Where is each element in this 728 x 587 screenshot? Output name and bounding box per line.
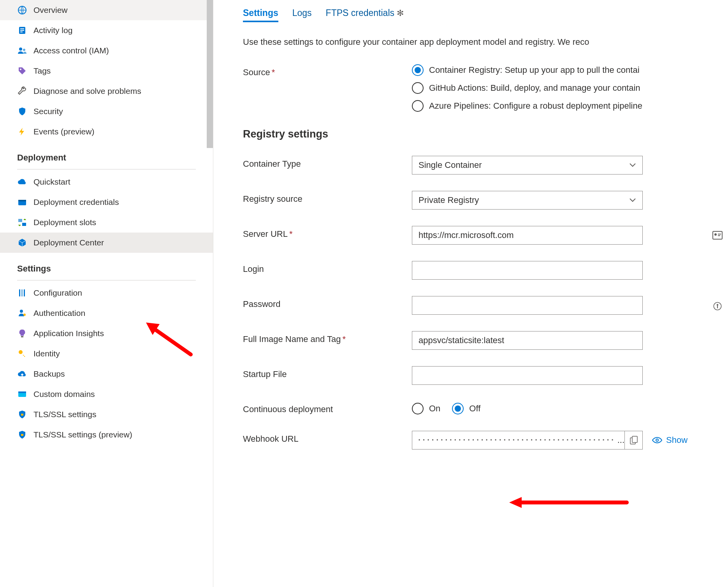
sidebar-item-identity[interactable]: Identity (0, 344, 213, 364)
svg-rect-23 (713, 231, 722, 239)
shield-lock-icon (17, 409, 27, 420)
password-input[interactable] (412, 296, 643, 315)
svg-point-28 (717, 304, 718, 306)
svg-rect-26 (718, 235, 720, 236)
sidebar-item-deployment-center[interactable]: Deployment Center (0, 233, 213, 253)
sidebar-item-tls-ssl[interactable]: TLS/SSL settings (0, 404, 213, 425)
radio-icon (412, 64, 424, 76)
field-label: Continuous deployment (243, 401, 412, 414)
field-label: Webhook URL (243, 431, 412, 444)
sidebar-item-access-control[interactable]: Access control (IAM) (0, 41, 213, 61)
select-value: Single Container (419, 160, 482, 170)
sidebar-item-diagnose[interactable]: Diagnose and solve problems (0, 81, 213, 101)
sidebar-item-app-insights[interactable]: Application Insights (0, 323, 213, 344)
select-value: Private Registry (419, 195, 479, 205)
required-icon: * (272, 67, 275, 77)
sidebar-item-overview[interactable]: Overview (0, 0, 213, 20)
svg-point-31 (656, 439, 658, 441)
radio-label: Container Registry: Setup up your app to… (429, 65, 640, 75)
sidebar-item-label: Overview (33, 5, 68, 15)
sidebar-item-label: Deployment Center (33, 238, 104, 247)
sidebar-item-label: Security (33, 107, 63, 116)
radio-label: Off (469, 404, 480, 414)
radio-azure-pipelines[interactable]: Azure Pipelines: Configure a robust depl… (412, 100, 728, 112)
tag-icon (17, 66, 27, 76)
field-server-url: Server URL* (243, 226, 728, 245)
password-reveal-icon[interactable] (712, 301, 723, 310)
sidebar-item-label: Access control (IAM) (33, 46, 109, 55)
svg-point-6 (23, 49, 25, 51)
browser-icon (17, 389, 27, 399)
sidebar-item-configuration[interactable]: Configuration (0, 283, 213, 303)
sidebar-item-label: Backups (33, 369, 65, 379)
tab-ftps-credentials[interactable]: FTPS credentials✻ (326, 8, 404, 21)
webhook-url-input[interactable]: • • • • • • • • • • • • • • • • • • • • … (412, 431, 643, 450)
radio-label: On (429, 404, 440, 414)
radio-icon (412, 100, 424, 112)
sidebar-item-backups[interactable]: Backups (0, 364, 213, 384)
sidebar-item-label: Activity log (33, 26, 72, 35)
field-label: Password (243, 296, 412, 309)
sidebar-item-tags[interactable]: Tags (0, 61, 213, 81)
svg-point-5 (19, 48, 22, 51)
login-input[interactable] (412, 261, 643, 280)
sidebar-item-deploy-slots[interactable]: Deployment slots (0, 212, 213, 233)
box-icon (17, 238, 27, 248)
sidebar-item-events[interactable]: Events (preview) (0, 122, 213, 142)
sidebar-item-label: Application Insights (33, 329, 104, 338)
radio-label: GitHub Actions: Build, deploy, and manag… (429, 83, 640, 93)
registry-source-select[interactable]: Private Registry (412, 191, 643, 210)
tab-settings[interactable]: Settings (243, 8, 278, 21)
source-radio-group: Container Registry: Setup up your app to… (412, 64, 728, 112)
cloud-icon (17, 177, 27, 187)
unsaved-indicator-icon: ✻ (397, 8, 404, 18)
sidebar-item-security[interactable]: Security (0, 101, 213, 122)
sidebar-section-settings: Settings (0, 253, 213, 278)
credentials-card-icon (712, 231, 723, 240)
truncation-ellipsis: ... (617, 435, 624, 445)
chevron-down-icon (629, 197, 636, 204)
svg-rect-14 (24, 289, 25, 296)
show-button[interactable]: Show (652, 435, 688, 445)
label-text: Source (243, 67, 270, 77)
creds-icon (17, 197, 27, 207)
svg-rect-13 (21, 289, 23, 296)
sidebar-item-quickstart[interactable]: Quickstart (0, 172, 213, 192)
svg-rect-22 (21, 434, 23, 436)
sidebar-item-label: Deployment slots (33, 218, 96, 227)
field-label: Full Image Name and Tag* (243, 331, 412, 344)
radio-cd-off[interactable]: Off (452, 403, 480, 414)
sidebar-item-activity-log[interactable]: Activity log (0, 20, 213, 41)
sidebar-scrollbar[interactable] (207, 0, 213, 148)
radio-cd-on[interactable]: On (412, 403, 440, 414)
person-key-icon (17, 308, 27, 318)
tab-bar: Settings Logs FTPS credentials✻ (243, 8, 728, 21)
sidebar-item-label: Tags (33, 66, 51, 76)
radio-container-registry[interactable]: Container Registry: Setup up your app to… (412, 64, 728, 76)
divider (17, 169, 196, 169)
field-continuous-deployment: Continuous deployment On Off (243, 401, 728, 414)
server-url-input[interactable] (412, 226, 643, 245)
registry-settings-heading: Registry settings (243, 128, 728, 140)
startup-file-input[interactable] (412, 366, 643, 385)
tab-logs[interactable]: Logs (292, 8, 312, 21)
container-type-select[interactable]: Single Container (412, 156, 643, 175)
sidebar-item-authentication[interactable]: Authentication (0, 303, 213, 323)
sidebar-item-label: Deployment credentials (33, 197, 119, 207)
show-label: Show (666, 435, 688, 445)
sidebar-item-tls-ssl-preview[interactable]: TLS/SSL settings (preview) (0, 425, 213, 445)
radio-github-actions[interactable]: GitHub Actions: Build, deploy, and manag… (412, 82, 728, 94)
svg-rect-21 (21, 414, 23, 416)
masked-value: • • • • • • • • • • • • • • • • • • • • … (419, 437, 616, 443)
svg-point-16 (23, 314, 26, 316)
main-content: Settings Logs FTPS credentials✻ Use thes… (213, 0, 728, 587)
sidebar-item-custom-domains[interactable]: Custom domains (0, 384, 213, 404)
svg-rect-4 (20, 32, 23, 32)
sidebar-item-deploy-credentials[interactable]: Deployment credentials (0, 192, 213, 212)
svg-rect-2 (20, 28, 24, 29)
people-icon (17, 46, 27, 56)
required-icon: * (289, 229, 293, 239)
field-label: Registry source (243, 191, 412, 204)
copy-button[interactable] (624, 431, 642, 450)
image-name-tag-input[interactable] (412, 331, 643, 350)
